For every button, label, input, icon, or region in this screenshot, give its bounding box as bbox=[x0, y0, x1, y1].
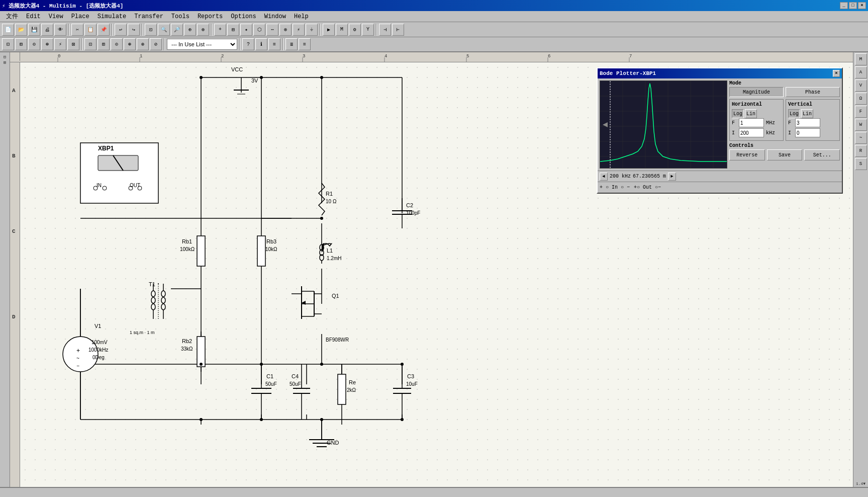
h-f-input[interactable] bbox=[739, 118, 764, 127]
svg-text:100pF: 100pF bbox=[406, 210, 420, 216]
svg-text:10kΩ: 10kΩ bbox=[265, 246, 277, 252]
zoom-in-button[interactable]: 🔍 bbox=[158, 24, 170, 36]
instr-btn-6[interactable]: W bbox=[855, 119, 867, 131]
tb2-btn4[interactable]: ⊛ bbox=[41, 38, 53, 50]
undo-button[interactable]: ↩ bbox=[115, 24, 127, 36]
connect-button[interactable]: ⊣ bbox=[379, 24, 391, 36]
new-button[interactable]: 📄 bbox=[2, 24, 14, 36]
h-lin-button[interactable]: Lin bbox=[745, 109, 757, 118]
component-button[interactable]: ⬡ bbox=[253, 24, 265, 36]
instr-btn-4[interactable]: Ω bbox=[855, 93, 867, 105]
bus-button[interactable]: ⊞ bbox=[227, 24, 239, 36]
probe-button[interactable]: Y bbox=[362, 24, 374, 36]
bode-prev-button[interactable]: ◄ bbox=[600, 173, 608, 181]
save-button[interactable]: Save bbox=[767, 149, 803, 160]
open-button[interactable]: 📂 bbox=[15, 24, 27, 36]
print-preview-button[interactable]: 👁 bbox=[54, 24, 66, 36]
menu-place[interactable]: Place bbox=[67, 12, 93, 21]
list1-button[interactable]: ≣ bbox=[285, 38, 298, 50]
tb2-btn12[interactable]: ⊘ bbox=[150, 38, 162, 50]
virt-button[interactable]: ⊗ bbox=[279, 24, 292, 36]
v-lin-button[interactable]: Lin bbox=[801, 109, 813, 118]
svg-text:V1: V1 bbox=[94, 323, 101, 329]
tb2-btn8[interactable]: ⊞ bbox=[98, 38, 110, 50]
h-i-input[interactable] bbox=[739, 128, 764, 137]
instr-btn-8[interactable]: R bbox=[855, 145, 867, 157]
menu-file[interactable]: 文件 bbox=[2, 11, 22, 22]
power-button[interactable]: ⚡ bbox=[293, 24, 305, 36]
minimize-button[interactable]: _ bbox=[840, 2, 848, 9]
print-button[interactable]: 🖨 bbox=[41, 24, 53, 36]
instr-btn-1[interactable]: M bbox=[855, 53, 867, 65]
misc-button[interactable]: M bbox=[336, 24, 348, 36]
bode-close-button[interactable]: × bbox=[833, 70, 840, 77]
v-f-input[interactable] bbox=[795, 118, 820, 127]
horizontal-section: Horizontal Log Lin F MHz I bbox=[729, 99, 784, 141]
misc2-button[interactable]: ⚙ bbox=[349, 24, 361, 36]
tb2-btn11[interactable]: ⊗ bbox=[137, 38, 149, 50]
h-log-button[interactable]: Log bbox=[732, 109, 744, 118]
menu-transfer[interactable]: Transfer bbox=[130, 12, 167, 21]
set-button[interactable]: Set... bbox=[804, 149, 840, 160]
sep9 bbox=[239, 38, 240, 50]
bode-next-button[interactable]: ► bbox=[668, 173, 676, 181]
detail-button[interactable]: ≡ bbox=[268, 38, 280, 50]
tb2-btn10[interactable]: ⊛ bbox=[124, 38, 136, 50]
menu-window[interactable]: Window bbox=[260, 12, 290, 21]
zoom-area-button[interactable]: ⊗ bbox=[197, 24, 209, 36]
menu-reports[interactable]: Reports bbox=[194, 12, 227, 21]
junction-button[interactable]: ✦ bbox=[240, 24, 252, 36]
instr-btn-2[interactable]: A bbox=[855, 66, 867, 78]
bus2-button[interactable]: ⊢ bbox=[392, 24, 404, 36]
cut-button[interactable]: ✂ bbox=[71, 24, 83, 36]
tb2-btn5[interactable]: ⚡ bbox=[54, 38, 66, 50]
save-button[interactable]: 💾 bbox=[28, 24, 40, 36]
net-button[interactable]: ⋯ bbox=[266, 24, 278, 36]
canvas-area[interactable]: 0 1 2 3 4 5 6 7 A B C bbox=[10, 52, 853, 487]
tb2-btn9[interactable]: ⊙ bbox=[111, 38, 123, 50]
paste-button[interactable]: 📌 bbox=[98, 24, 110, 36]
tb2-btn7[interactable]: ⊡ bbox=[84, 38, 97, 50]
svg-text:Q1: Q1 bbox=[332, 293, 339, 299]
list2-button[interactable]: ≡ bbox=[299, 38, 311, 50]
tb2-btn3[interactable]: ⊙ bbox=[28, 38, 40, 50]
tb2-btn1[interactable]: ⊡ bbox=[2, 38, 14, 50]
menu-view[interactable]: View bbox=[45, 12, 67, 21]
instr-btn-7[interactable]: ~ bbox=[855, 132, 867, 144]
menu-help[interactable]: Help bbox=[290, 12, 313, 21]
menu-edit[interactable]: Edit bbox=[22, 12, 45, 21]
v-log-button[interactable]: Log bbox=[788, 109, 800, 118]
zoom-out-button[interactable]: 🔎 bbox=[171, 24, 183, 36]
bode-connections: + ○ In ○ − +○ Out ○− bbox=[598, 182, 842, 193]
menu-tools[interactable]: Tools bbox=[167, 12, 194, 21]
menu-options[interactable]: Options bbox=[227, 12, 260, 21]
instr-btn-3[interactable]: V bbox=[855, 79, 867, 92]
info-button[interactable]: ℹ bbox=[255, 38, 267, 50]
redo-button[interactable]: ↪ bbox=[128, 24, 140, 36]
tb2-btn6[interactable]: ⊠ bbox=[67, 38, 79, 50]
instr-btn-9[interactable]: S bbox=[855, 158, 867, 170]
phase-button[interactable]: Phase bbox=[786, 87, 840, 97]
help-button[interactable]: ? bbox=[242, 38, 254, 50]
window-controls[interactable]: _ □ × bbox=[840, 2, 866, 9]
instr-btn-5[interactable]: F bbox=[855, 106, 867, 118]
magnitude-button[interactable]: Magnitude bbox=[729, 87, 784, 97]
svg-point-122 bbox=[200, 363, 203, 366]
in-use-list-dropdown[interactable]: --- In Use List --- bbox=[167, 39, 237, 50]
sep5 bbox=[320, 24, 321, 36]
sim-run-button[interactable]: ▶ bbox=[323, 24, 335, 36]
v-i-input[interactable] bbox=[795, 128, 820, 137]
h-i-unit: kHz bbox=[766, 130, 781, 136]
reverse-button[interactable]: Reverse bbox=[729, 149, 765, 160]
svg-text:0Deg: 0Deg bbox=[92, 355, 105, 360]
zoom-sel-button[interactable]: ⊕ bbox=[184, 24, 196, 36]
maximize-button[interactable]: □ bbox=[849, 2, 857, 9]
wire-button[interactable]: + bbox=[214, 24, 226, 36]
menu-simulate[interactable]: Simulate bbox=[93, 12, 131, 21]
close-button[interactable]: × bbox=[858, 2, 866, 9]
copy-button[interactable]: 📋 bbox=[84, 24, 97, 36]
sep3 bbox=[142, 24, 143, 36]
tb2-btn2[interactable]: ⊞ bbox=[15, 38, 27, 50]
zoom-fit-button[interactable]: ⊡ bbox=[145, 24, 157, 36]
gnd-button[interactable]: ⏚ bbox=[306, 24, 318, 36]
